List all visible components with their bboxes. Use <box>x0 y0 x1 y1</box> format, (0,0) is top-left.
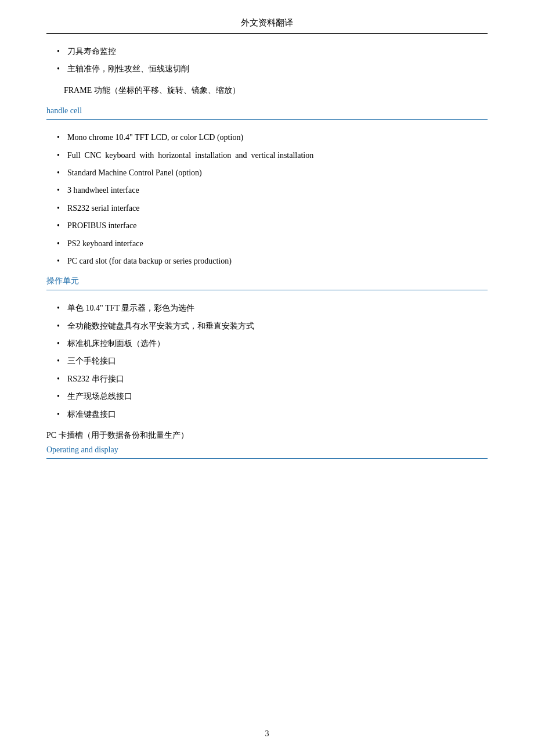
list-item: RS232 serial interface <box>46 202 488 215</box>
section3-divider <box>46 458 488 459</box>
list-item: 单色 10.4" TFT 显示器，彩色为选件 <box>46 302 488 315</box>
list-item: Full CNC keyboard with horizontal instal… <box>46 149 488 162</box>
list-item: 3 handwheel interface <box>46 184 488 197</box>
section2-header: 操作单元 <box>46 276 488 290</box>
section1-bullets: Mono chrome 10.4" TFT LCD, or color LCD … <box>46 131 488 268</box>
top-bullets-chinese: 刀具寿命监控 主轴准停，刚性攻丝、恒线速切削 <box>46 45 488 76</box>
list-item: 三个手轮接口 <box>46 355 488 368</box>
operating-and-display-link[interactable]: Operating and display <box>46 445 488 455</box>
list-item: Mono chrome 10.4" TFT LCD, or color LCD … <box>46 131 488 144</box>
caozuo-danyuan-link[interactable]: 操作单元 <box>46 276 488 286</box>
list-item: PS2 keyboard interface <box>46 237 488 250</box>
page-number: 3 <box>265 729 269 739</box>
list-item: 标准键盘接口 <box>46 408 488 421</box>
list-item: 生产现场总线接口 <box>46 390 488 403</box>
list-item: RS232 串行接口 <box>46 373 488 386</box>
header-title: 外文资料翻译 <box>241 18 293 27</box>
section1-header: handle cell <box>46 106 488 120</box>
list-item: 刀具寿命监控 <box>46 45 488 58</box>
section2-bullets: 单色 10.4" TFT 显示器，彩色为选件 全功能数控键盘具有水平安装方式，和… <box>46 302 488 421</box>
handle-cell-link[interactable]: handle cell <box>46 106 488 116</box>
page-container: 外文资料翻译 刀具寿命监控 主轴准停，刚性攻丝、恒线速切削 FRAME 功能（坐… <box>0 0 534 756</box>
page-header: 外文资料翻译 <box>46 17 488 34</box>
pc-card-line: PC 卡插槽（用于数据备份和批量生产） <box>46 429 488 442</box>
section3-header: Operating and display <box>46 445 488 459</box>
section2-divider <box>46 290 488 290</box>
list-item: PC card slot (for data backup or series … <box>46 255 488 268</box>
list-item: 全功能数控键盘具有水平安装方式，和垂直安装方式 <box>46 320 488 333</box>
list-item: Standard Machine Control Panel (option) <box>46 167 488 179</box>
list-item: 主轴准停，刚性攻丝、恒线速切削 <box>46 63 488 75</box>
section1-divider <box>46 119 488 120</box>
frame-line: FRAME 功能（坐标的平移、旋转、镜象、缩放） <box>64 84 488 97</box>
list-item: PROFIBUS interface <box>46 219 488 232</box>
list-item: 标准机床控制面板（选件） <box>46 337 488 350</box>
